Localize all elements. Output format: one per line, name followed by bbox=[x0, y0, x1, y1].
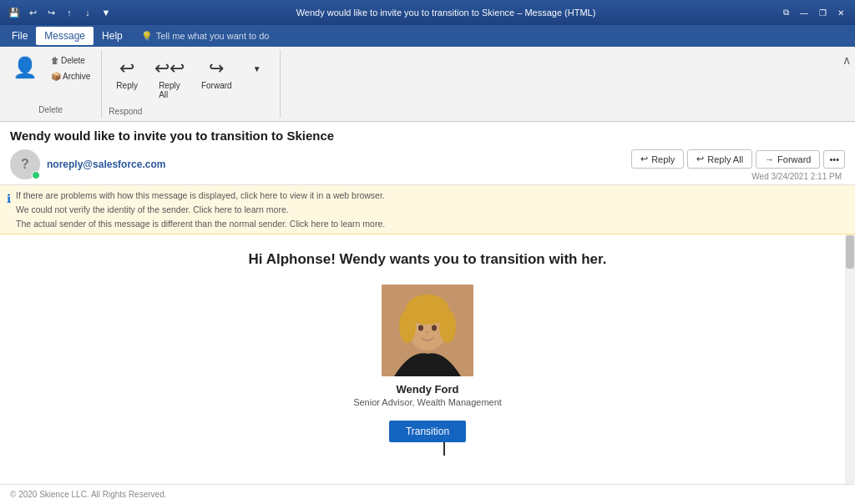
trash-icon: 🗑 bbox=[51, 56, 59, 65]
advisor-photo bbox=[382, 285, 473, 376]
expand-icon[interactable]: ⧉ bbox=[778, 5, 793, 20]
undo-icon[interactable]: ↩ bbox=[25, 5, 40, 20]
redo-icon[interactable]: ↪ bbox=[43, 5, 58, 20]
scrollbar-track[interactable] bbox=[845, 234, 855, 484]
more-respond-button[interactable]: ▼ bbox=[241, 53, 273, 78]
warning-line-2: We could not verify the identity of the … bbox=[16, 203, 385, 217]
window-title: Wendy would like to invite you to transi… bbox=[114, 8, 778, 18]
reply-all-icon: ↩↩ bbox=[154, 58, 185, 79]
customize-icon[interactable]: ▼ bbox=[99, 5, 114, 20]
sender-info: ? noreply@salesforce.com bbox=[10, 149, 165, 179]
person-icon: 👤 bbox=[13, 58, 38, 78]
email-body-heading: Hi Alphonse! Wendy wants you to transiti… bbox=[249, 251, 607, 268]
transition-button[interactable]: Transition bbox=[389, 421, 466, 442]
reply-all-action-icon: ↩ bbox=[696, 154, 704, 164]
close-button[interactable]: ✕ bbox=[833, 5, 848, 20]
email-footer: © 2020 Skience LLC. All Rights Reserved. bbox=[0, 484, 855, 504]
menu-help[interactable]: Help bbox=[94, 27, 131, 45]
svg-point-8 bbox=[432, 325, 437, 331]
advisor-name: Wendy Ford bbox=[397, 383, 459, 396]
text-cursor bbox=[443, 442, 445, 456]
menu-bar: File Message Help 💡 Tell me what you wan… bbox=[0, 25, 855, 47]
more-actions-button[interactable]: ••• bbox=[823, 150, 845, 169]
warning-line-3: The actual sender of this message is dif… bbox=[16, 217, 385, 231]
timestamp-area: ↩ Reply ↩ Reply All → Forward ••• Wed 3/… bbox=[631, 149, 845, 181]
reply-all-action-button[interactable]: ↩ Reply All bbox=[687, 149, 752, 169]
online-status-dot bbox=[32, 171, 40, 179]
ribbon: 👤 🗑 Delete 📦 Archive Delete ↩ Reply bbox=[0, 47, 855, 122]
warning-messages: If there are problems with how this mess… bbox=[16, 189, 385, 230]
restore-button[interactable]: ❐ bbox=[815, 5, 830, 20]
archive-button[interactable]: 📦 Archive bbox=[47, 69, 94, 83]
reply-icon: ↩ bbox=[119, 58, 134, 79]
footer-text: © 2020 Skience LLC. All Rights Reserved. bbox=[10, 490, 166, 499]
up-icon[interactable]: ↑ bbox=[62, 5, 77, 20]
ribbon-collapse-button[interactable]: ∧ bbox=[838, 50, 855, 118]
archive-icon: 📦 bbox=[51, 72, 61, 81]
tell-me-bar[interactable]: 💡 Tell me what you want to do bbox=[141, 31, 270, 42]
svg-point-5 bbox=[399, 310, 416, 343]
forward-action-icon: → bbox=[765, 154, 774, 164]
warning-bar: ℹ If there are problems with how this me… bbox=[0, 185, 855, 234]
reply-action-icon: ↩ bbox=[640, 154, 648, 164]
delete-person-icon[interactable]: 👤 bbox=[7, 53, 43, 83]
save-icon[interactable]: 💾 bbox=[7, 5, 22, 20]
email-timestamp: Wed 3/24/2021 2:11 PM bbox=[751, 172, 842, 181]
reply-button[interactable]: ↩ Reply bbox=[109, 53, 145, 94]
email-action-buttons: ↩ Reply ↩ Reply All → Forward ••• bbox=[631, 149, 845, 169]
delete-buttons-row: 👤 🗑 Delete 📦 Archive bbox=[7, 53, 94, 102]
email-header: Wendy would like to invite you to transi… bbox=[0, 122, 855, 185]
lightbulb-icon: 💡 bbox=[141, 31, 153, 42]
window-controls: ⧉ — ❐ ✕ bbox=[778, 5, 848, 20]
ribbon-respond-group: ↩ Reply ↩↩ ReplyAll ↪ Forward ▼ Respond bbox=[102, 50, 280, 118]
scrollbar-thumb[interactable] bbox=[846, 235, 854, 269]
ribbon-delete-group: 👤 🗑 Delete 📦 Archive Delete bbox=[0, 50, 102, 118]
avatar: ? bbox=[10, 149, 40, 179]
menu-message[interactable]: Message bbox=[36, 27, 94, 45]
sender-email[interactable]: noreply@salesforce.com bbox=[47, 159, 165, 170]
respond-buttons-row: ↩ Reply ↩↩ ReplyAll ↪ Forward ▼ bbox=[109, 53, 272, 103]
advisor-title: Senior Advisor, Wealth Management bbox=[353, 397, 502, 407]
email-subject: Wendy would like to invite you to transi… bbox=[10, 129, 845, 143]
info-icon: ℹ bbox=[7, 189, 11, 208]
email-body: Hi Alphonse! Wendy wants you to transiti… bbox=[0, 234, 855, 484]
email-meta: ? noreply@salesforce.com ↩ Reply ↩ Reply… bbox=[10, 149, 845, 181]
forward-button[interactable]: ↪ Forward bbox=[194, 53, 240, 94]
email-container: Wendy would like to invite you to transi… bbox=[0, 122, 855, 504]
svg-point-7 bbox=[418, 325, 423, 331]
dropdown-icon: ▼ bbox=[253, 64, 261, 73]
minimize-button[interactable]: — bbox=[797, 5, 812, 20]
down-icon[interactable]: ↓ bbox=[80, 5, 95, 20]
delete-button[interactable]: 🗑 Delete bbox=[47, 53, 94, 68]
reply-action-button[interactable]: ↩ Reply bbox=[631, 149, 684, 169]
forward-icon: ↪ bbox=[209, 58, 224, 79]
quick-access-toolbar: 💾 ↩ ↪ ↑ ↓ ▼ bbox=[7, 5, 114, 20]
warning-line-1: If there are problems with how this mess… bbox=[16, 189, 385, 203]
title-bar: 💾 ↩ ↪ ↑ ↓ ▼ Wendy would like to invite y… bbox=[0, 0, 855, 25]
svg-point-6 bbox=[439, 310, 456, 343]
reply-all-button[interactable]: ↩↩ ReplyAll bbox=[147, 53, 192, 103]
menu-file[interactable]: File bbox=[3, 27, 36, 45]
forward-action-button[interactable]: → Forward bbox=[756, 150, 820, 169]
